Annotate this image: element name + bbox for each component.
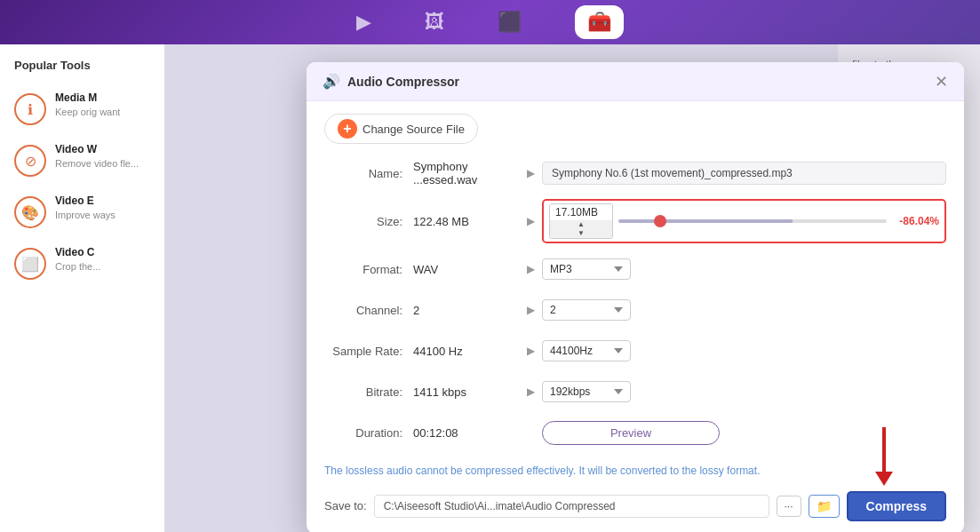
samplerate-row: Sample Rate: 44100 Hz ▶ 44100Hz 22050Hz … <box>324 336 946 366</box>
save-folder-button[interactable]: 📁 <box>809 495 840 518</box>
name-label: Name: <box>324 167 413 180</box>
save-label: Save to: <box>324 499 367 512</box>
name-value: Symphony ...essed.wav <box>413 160 520 187</box>
duration-value: 00:12:08 <box>413 426 520 440</box>
bitrate-value: 1411 kbps <box>413 385 520 399</box>
duration-label: Duration: <box>324 426 413 440</box>
video-e-title: Video E <box>55 195 150 207</box>
media-m-icon: ℹ <box>14 93 46 125</box>
samplerate-label: Sample Rate: <box>324 345 413 358</box>
channel-select[interactable]: 2 1 <box>542 299 631 321</box>
size-input[interactable] <box>550 204 612 220</box>
content-area: files to the eed 🔊 Audio Compressor ✕ + … <box>164 44 980 532</box>
sidebar-item-video-c[interactable]: ⬜ Video C Crop the... <box>0 237 164 289</box>
size-slider-container <box>618 219 887 223</box>
save-dots-button[interactable]: ··· <box>777 496 801 517</box>
format-label: Format: <box>324 263 413 276</box>
dialog-title-area: 🔊 Audio Compressor <box>323 73 459 90</box>
bitrate-label: Bitrate: <box>324 385 413 399</box>
name-arrow-icon: ▶ <box>527 167 535 179</box>
change-source-label: Change Source File <box>363 123 465 136</box>
spinner-down-button[interactable]: ▼ <box>550 229 612 238</box>
video-w-icon: ⊘ <box>14 145 46 177</box>
bitrate-arrow-icon: ▶ <box>527 385 535 398</box>
sidebar-item-video-e[interactable]: 🎨 Video E Improve ways <box>0 186 164 237</box>
main-layout: Popular Tools ℹ Media M Keep orig want ⊘… <box>0 44 980 532</box>
dialog-close-button[interactable]: ✕ <box>935 74 948 90</box>
channel-value: 2 <box>413 304 520 317</box>
topbar-play-icon[interactable]: ▶ <box>356 11 371 34</box>
format-select[interactable]: MP3 AAC OGG <box>542 258 631 280</box>
bitrate-select[interactable]: 192kbps 128kbps 320kbps <box>542 381 631 402</box>
samplerate-arrow-icon: ▶ <box>527 345 535 357</box>
name-output-field[interactable] <box>542 162 946 185</box>
size-label: Size: <box>324 215 413 228</box>
format-arrow-icon: ▶ <box>527 263 535 275</box>
sidebar-text-media-m: Media M Keep orig want <box>55 91 150 118</box>
sidebar-item-video-w[interactable]: ⊘ Video W Remove video fle... <box>0 134 164 186</box>
channel-row: Channel: 2 ▶ 2 1 <box>324 295 946 325</box>
video-e-desc: Improve ways <box>55 209 150 221</box>
channel-arrow-icon: ▶ <box>527 304 535 316</box>
video-c-title: Video C <box>55 246 150 258</box>
arrow-head <box>875 472 893 486</box>
bitrate-row: Bitrate: 1411 kbps ▶ 192kbps 128kbps 320… <box>324 377 946 407</box>
format-value: WAV <box>413 263 520 276</box>
save-path-input[interactable] <box>374 495 769 518</box>
size-slider[interactable] <box>618 219 887 223</box>
size-arrow-icon: ▶ <box>527 215 535 227</box>
save-row: Save to: ··· 📁 Compress <box>324 491 946 521</box>
warning-text: The lossless audio cannot be compressed … <box>324 458 946 488</box>
video-w-desc: Remove video fle... <box>55 157 150 170</box>
change-source-button[interactable]: + Change Source File <box>324 114 478 144</box>
size-value: 122.48 MB <box>413 215 520 228</box>
sidebar-title: Popular Tools <box>0 59 164 83</box>
video-w-title: Video W <box>55 143 150 155</box>
audio-compressor-dialog: 🔊 Audio Compressor ✕ + Change Source Fil… <box>307 62 964 532</box>
sidebar: Popular Tools ℹ Media M Keep orig want ⊘… <box>0 44 164 532</box>
media-m-desc: Keep orig want <box>55 106 150 118</box>
topbar-image-icon[interactable]: 🖼 <box>425 11 444 34</box>
sidebar-item-media-m[interactable]: ℹ Media M Keep orig want <box>0 83 164 134</box>
format-row: Format: WAV ▶ MP3 AAC OGG <box>324 254 946 284</box>
samplerate-select[interactable]: 44100Hz 22050Hz 48000Hz <box>542 340 631 361</box>
spinner-buttons: ▲ ▼ <box>550 220 612 238</box>
dialog-header: 🔊 Audio Compressor ✕ <box>307 62 964 101</box>
video-e-icon: 🎨 <box>14 196 46 228</box>
samplerate-value: 44100 Hz <box>413 345 520 358</box>
size-percent: -86.04% <box>899 215 939 227</box>
duration-row: Duration: 00:12:08 ▶ Preview <box>324 417 946 448</box>
video-c-desc: Crop the... <box>55 260 150 273</box>
video-c-icon: ⬜ <box>14 248 46 280</box>
size-spinner: ▲ ▼ <box>549 203 613 239</box>
top-bar: ▶ 🖼 ⬛ 🧰 <box>0 0 980 44</box>
sidebar-text-video-w: Video W Remove video fle... <box>55 143 150 170</box>
dialog-title: Audio Compressor <box>347 75 459 89</box>
arrow-shaft <box>882 427 886 472</box>
size-highlight-container: ▲ ▼ -86.04% <box>542 199 946 243</box>
dialog-body: + Change Source File Name: Symphony ...e… <box>307 101 964 532</box>
preview-button[interactable]: Preview <box>542 421 720 445</box>
size-row: Size: 122.48 MB ▶ ▲ ▼ <box>324 199 946 243</box>
topbar-toolbox-icon[interactable]: 🧰 <box>575 5 624 39</box>
channel-label: Channel: <box>324 304 413 317</box>
plus-icon: + <box>338 119 357 139</box>
audio-icon: 🔊 <box>323 73 340 90</box>
spinner-up-button[interactable]: ▲ <box>550 220 612 229</box>
topbar-screen-icon[interactable]: ⬛ <box>498 11 522 34</box>
arrow-annotation <box>875 427 893 486</box>
name-row: Name: Symphony ...essed.wav ▶ <box>324 158 946 188</box>
compress-button[interactable]: Compress <box>847 491 946 521</box>
sidebar-text-video-e: Video E Improve ways <box>55 195 150 221</box>
sidebar-text-video-c: Video C Crop the... <box>55 246 150 273</box>
media-m-title: Media M <box>55 91 150 104</box>
